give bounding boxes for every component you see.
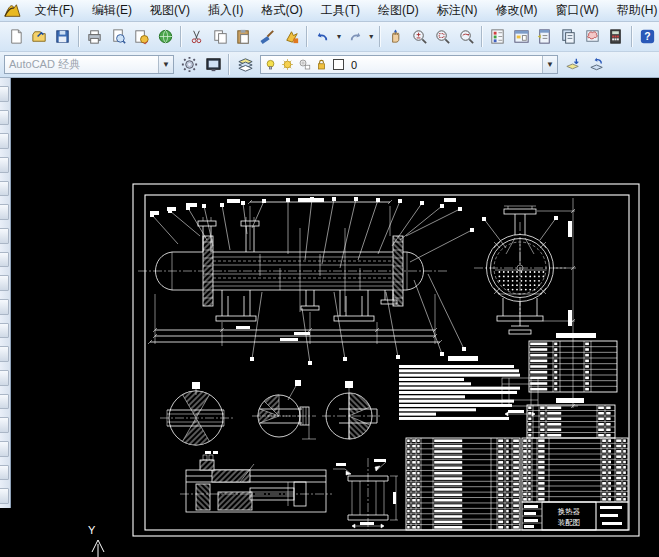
zoom-window-icon[interactable] bbox=[432, 26, 454, 48]
chevron-down-icon[interactable]: ▼ bbox=[542, 56, 557, 73]
pan-icon[interactable] bbox=[385, 26, 407, 48]
draw-tool-icon-13[interactable] bbox=[0, 394, 9, 410]
layer-properties-icon[interactable] bbox=[234, 54, 256, 76]
menu-item-2[interactable]: 视图(V) bbox=[141, 0, 199, 21]
workspace-value: AutoCAD 经典 bbox=[5, 57, 158, 72]
make-object-layer-current-icon[interactable] bbox=[562, 54, 584, 76]
menu-item-0[interactable]: 文件(F) bbox=[26, 0, 83, 21]
title-block-sheet: 装配图 bbox=[558, 518, 581, 527]
draw-toolbar-partial[interactable] bbox=[0, 78, 11, 508]
layer-combo[interactable]: 0 ▼ bbox=[260, 55, 558, 74]
publish-icon[interactable] bbox=[131, 26, 153, 48]
detail-view-a bbox=[160, 382, 233, 445]
draw-tool-icon-4[interactable] bbox=[0, 181, 9, 197]
new-icon[interactable] bbox=[5, 26, 27, 48]
svg-text:?: ? bbox=[644, 31, 650, 42]
autocad-logo-icon[interactable] bbox=[4, 3, 22, 19]
draw-tool-icon-5[interactable] bbox=[0, 204, 9, 220]
ucs-icon: Y bbox=[88, 524, 104, 557]
toolbar-separator bbox=[481, 26, 483, 47]
cut-icon[interactable] bbox=[186, 26, 208, 48]
layer-previous-icon[interactable] bbox=[586, 54, 608, 76]
drawing-tables bbox=[406, 333, 628, 530]
plot-icon[interactable] bbox=[84, 26, 106, 48]
undo-options-icon[interactable]: ▾ bbox=[335, 27, 344, 47]
draw-tool-icon-12[interactable] bbox=[0, 370, 9, 386]
etransmit-icon[interactable] bbox=[154, 26, 176, 48]
ucs-y-label: Y bbox=[88, 524, 96, 536]
draw-tool-icon-8[interactable] bbox=[0, 275, 9, 291]
detail-view-b bbox=[252, 380, 316, 439]
chevron-down-icon[interactable]: ▼ bbox=[158, 56, 173, 73]
toolbar-separator bbox=[180, 26, 182, 47]
toolbar-separator bbox=[379, 26, 381, 47]
tool-palettes-icon[interactable] bbox=[534, 26, 556, 48]
end-view bbox=[474, 198, 578, 416]
menu-item-10[interactable]: 帮助(H) bbox=[608, 0, 659, 21]
toolbar-separator bbox=[631, 26, 633, 47]
save-icon[interactable] bbox=[52, 26, 74, 48]
drawing-canvas[interactable]: 换热器 装配图 Y bbox=[0, 78, 659, 557]
menu-item-9[interactable]: 窗口(W) bbox=[546, 0, 607, 21]
workspace-combo[interactable]: AutoCAD 经典 ▼ bbox=[4, 55, 174, 74]
layer-name: 0 bbox=[347, 59, 542, 71]
properties-icon[interactable] bbox=[487, 26, 509, 48]
menu-bar: 文件(F)编辑(E)视图(V)插入(I)格式(O)工具(T)绘图(D)标注(N)… bbox=[0, 0, 659, 22]
technical-requirements-block bbox=[399, 356, 520, 420]
zoom-previous-icon[interactable] bbox=[455, 26, 477, 48]
main-assembly-view bbox=[138, 200, 448, 346]
menu-item-6[interactable]: 绘图(D) bbox=[369, 0, 428, 21]
quickcalc-icon[interactable] bbox=[605, 26, 627, 48]
zoom-realtime-icon[interactable] bbox=[408, 26, 430, 48]
help-icon[interactable]: ? bbox=[637, 26, 659, 48]
draw-tool-icon-9[interactable] bbox=[0, 299, 9, 315]
copy-icon[interactable] bbox=[210, 26, 232, 48]
draw-tool-icon-17[interactable] bbox=[0, 488, 9, 504]
draw-tool-icon-0[interactable] bbox=[0, 86, 9, 102]
draw-tool-icon-2[interactable] bbox=[0, 133, 9, 149]
menu-item-4[interactable]: 格式(O) bbox=[252, 0, 311, 21]
draw-tool-icon-11[interactable] bbox=[0, 346, 9, 362]
layer-thaw-icon[interactable] bbox=[280, 57, 295, 72]
draw-tool-icon-1[interactable] bbox=[0, 110, 9, 126]
menu-item-3[interactable]: 插入(I) bbox=[199, 0, 252, 21]
toolbar-separator bbox=[228, 54, 230, 75]
draw-tool-icon-3[interactable] bbox=[0, 157, 9, 173]
menu-item-7[interactable]: 标注(N) bbox=[428, 0, 487, 21]
detail-view-bolted-joint bbox=[180, 455, 332, 512]
match-properties-icon[interactable] bbox=[257, 26, 279, 48]
toolbar-separator bbox=[78, 26, 80, 47]
menu-item-8[interactable]: 修改(M) bbox=[486, 0, 546, 21]
layer-color-swatch bbox=[333, 59, 344, 70]
undo-icon[interactable] bbox=[312, 26, 334, 48]
layer-on-icon[interactable] bbox=[263, 57, 278, 72]
menu-item-1[interactable]: 编辑(E) bbox=[83, 0, 141, 21]
draw-tool-icon-15[interactable] bbox=[0, 441, 9, 457]
standard-toolbar: ▾▾? bbox=[0, 22, 659, 52]
workspace-settings-icon[interactable] bbox=[178, 54, 200, 76]
toolbar-separator bbox=[306, 26, 308, 47]
sheet-set-manager-icon[interactable] bbox=[558, 26, 580, 48]
markup-set-manager-icon[interactable] bbox=[581, 26, 603, 48]
title-block-product: 换热器 bbox=[558, 507, 581, 516]
layer-vp-icon[interactable] bbox=[297, 57, 312, 72]
redo-icon[interactable] bbox=[344, 26, 366, 48]
menu-item-5[interactable]: 工具(T) bbox=[312, 0, 369, 21]
block-editor-icon[interactable] bbox=[280, 26, 302, 48]
draw-tool-icon-16[interactable] bbox=[0, 465, 9, 481]
draw-tool-icon-10[interactable] bbox=[0, 323, 9, 339]
draw-tool-icon-7[interactable] bbox=[0, 252, 9, 268]
paste-icon[interactable] bbox=[233, 26, 255, 48]
plot-preview-icon[interactable] bbox=[107, 26, 129, 48]
layers-toolbar: AutoCAD 经典 ▼ 0 ▼ bbox=[0, 52, 659, 78]
open-icon[interactable] bbox=[29, 26, 51, 48]
detail-view-spacer bbox=[333, 458, 398, 530]
designcenter-icon[interactable] bbox=[511, 26, 533, 48]
detail-view-c bbox=[322, 381, 382, 439]
my-workspace-icon[interactable] bbox=[202, 54, 224, 76]
drawing-view: 换热器 装配图 Y bbox=[0, 78, 659, 557]
draw-tool-icon-14[interactable] bbox=[0, 417, 9, 433]
redo-options-icon[interactable]: ▾ bbox=[367, 27, 376, 47]
layer-unlock-icon[interactable] bbox=[314, 57, 329, 72]
draw-tool-icon-6[interactable] bbox=[0, 228, 9, 244]
